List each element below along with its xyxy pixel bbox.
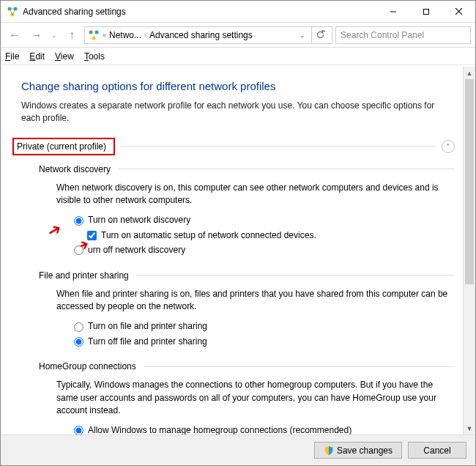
checkbox-label: Turn on automatic setup of network conne…	[101, 229, 316, 242]
radio-input[interactable]	[74, 245, 83, 255]
radio-label: Turn off file and printer sharing	[88, 336, 207, 348]
breadcrumb-dropdown[interactable]: ⌄	[300, 32, 308, 39]
divider	[121, 146, 436, 147]
button-label: Cancel	[423, 445, 450, 456]
content-area: Change sharing options for different net…	[1, 67, 475, 434]
refresh-button[interactable]	[311, 26, 329, 44]
radio-input[interactable]	[74, 337, 83, 347]
scroll-down-button[interactable]: ▼	[464, 422, 475, 434]
svg-point-11	[95, 30, 99, 34]
forward-button[interactable]: →	[27, 26, 46, 45]
radio-label: urn off network discovery	[88, 244, 185, 256]
page-title: Change sharing options for different net…	[21, 80, 455, 92]
profile-label: Private (current profile)	[12, 138, 115, 155]
svg-point-12	[92, 36, 96, 40]
section-file-printer-sharing: File and printer sharing When file and p…	[39, 270, 455, 349]
chevron-up-icon: ⌃	[445, 143, 451, 150]
back-button[interactable]: ←	[5, 26, 24, 45]
radio-input[interactable]	[74, 426, 83, 434]
profile-header: Private (current profile) ⌃	[12, 138, 455, 155]
title-bar: Advanced sharing settings	[1, 1, 475, 23]
vertical-scrollbar[interactable]: ▲ ▼	[463, 67, 475, 434]
radio-label: Turn on file and printer sharing	[88, 320, 207, 333]
breadcrumb-sep: «	[103, 32, 106, 39]
menu-file[interactable]: File	[5, 51, 19, 62]
menu-edit[interactable]: Edit	[29, 51, 45, 62]
cancel-button[interactable]: Cancel	[408, 442, 466, 459]
navigation-bar: ← → ⌄ ↑ « Netwo... › Advanced sharing se…	[1, 23, 475, 48]
section-title: HomeGroup connections	[39, 361, 136, 371]
radio-label: Turn on network discovery	[88, 214, 190, 226]
minimize-button[interactable]	[376, 1, 409, 23]
radio-allow-windows-manage[interactable]: Allow Windows to manage homegroup connec…	[74, 424, 455, 434]
svg-point-10	[89, 30, 93, 34]
button-label: Save changes	[337, 445, 393, 456]
radio-turn-off-discovery[interactable]: urn off network discovery	[74, 244, 455, 256]
section-homegroup: HomeGroup connections Typically, Windows…	[39, 361, 455, 434]
section-title: Network discovery	[39, 164, 111, 174]
checkbox-input[interactable]	[87, 231, 97, 240]
history-dropdown[interactable]: ⌄	[49, 32, 59, 39]
divider	[118, 169, 455, 169]
close-button[interactable]	[442, 1, 475, 23]
footer-bar: Save changes Cancel	[1, 434, 475, 465]
radio-turn-on-fp-sharing[interactable]: Turn on file and printer sharing	[74, 320, 455, 333]
sharing-icon	[88, 29, 100, 41]
divider	[136, 275, 455, 275]
menu-tools[interactable]: Tools	[84, 51, 105, 62]
breadcrumb[interactable]: « Netwo... › Advanced sharing settings ⌄	[84, 26, 332, 44]
page-description: Windows creates a separate network profi…	[21, 100, 455, 125]
annotation-arrow-icon: ➔	[42, 217, 66, 244]
section-network-discovery: Network discovery When network discovery…	[39, 164, 455, 257]
radio-turn-on-discovery[interactable]: ➔ Turn on network discovery	[74, 214, 455, 226]
window-title: Advanced sharing settings	[23, 7, 376, 17]
radio-label: Allow Windows to manage homegroup connec…	[88, 424, 352, 434]
maximize-button[interactable]	[409, 1, 442, 23]
scroll-up-button[interactable]: ▲	[464, 67, 475, 79]
breadcrumb-sep: ›	[144, 32, 146, 39]
svg-rect-7	[423, 9, 428, 14]
breadcrumb-part-2[interactable]: Advanced sharing settings	[149, 30, 253, 40]
checkbox-auto-setup[interactable]: ➔ Turn on automatic setup of network con…	[87, 229, 455, 242]
section-description: Typically, Windows manages the connectio…	[56, 379, 455, 417]
menu-view[interactable]: View	[55, 51, 74, 62]
collapse-button[interactable]: ⌃	[442, 140, 455, 153]
breadcrumb-part-1[interactable]: Netwo...	[109, 30, 141, 40]
shield-icon	[324, 445, 334, 456]
divider	[144, 366, 455, 367]
sharing-app-icon	[7, 6, 18, 18]
section-description: When network discovery is on, this compu…	[56, 182, 455, 207]
radio-turn-off-fp-sharing[interactable]: Turn off file and printer sharing	[74, 336, 455, 348]
radio-input[interactable]	[74, 322, 83, 332]
section-description: When file and printer sharing is on, fil…	[56, 288, 455, 314]
save-changes-button[interactable]: Save changes	[314, 442, 402, 459]
search-placeholder: Search Control Panel	[341, 30, 424, 40]
section-title: File and printer sharing	[39, 270, 129, 281]
menu-bar: File Edit View Tools	[1, 48, 475, 65]
search-input[interactable]: Search Control Panel	[335, 26, 471, 44]
radio-input[interactable]	[74, 216, 83, 226]
scroll-thumb[interactable]	[465, 79, 474, 284]
up-button[interactable]: ↑	[62, 26, 81, 45]
